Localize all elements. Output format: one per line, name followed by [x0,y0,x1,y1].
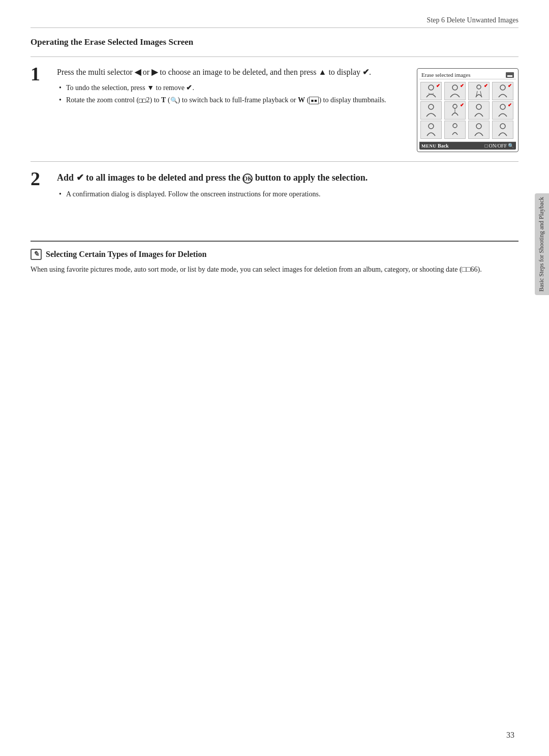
thumb-8: ✔ [492,101,513,120]
thumb-5 [420,101,442,120]
camera-footer-left: MENU Back [421,143,449,149]
thumb-figure-3 [469,83,489,99]
thumb-7 [468,101,490,120]
thumb-1: ✔ [420,82,442,100]
thumb-9 [420,121,442,139]
thumb-figure-4 [493,83,512,99]
step-1-image: Erase selected images ▬ ✔ [417,68,518,152]
step-1-bullet-1: To undo the selection, press ▼ to remove… [57,82,404,94]
camera-screen-footer: MENU Back □ ON/OFF 🔍 [419,141,516,150]
thumb-grid: ✔ ✔ [419,81,516,140]
note-title: ✎ Selecting Certain Types of Images for … [30,249,518,260]
note-title-text: Selecting Certain Types of Images for De… [46,250,206,259]
section-title: Operating the Erase Selected Images Scre… [30,37,518,47]
svg-point-2 [477,85,481,89]
thumb-12 [492,121,513,139]
thumb-11 [468,121,490,139]
step-2-main-text: Add ✔ to all images to be deleted and pr… [57,171,518,185]
thumb-figure-6 [445,102,465,119]
step-2-content: Add ✔ to all images to be deleted and pr… [57,171,518,201]
thumb-figure-9 [421,122,441,138]
note-body: When using favorite pictures mode, auto … [30,264,518,275]
step-1-main-text: Press the multi selector ◀ or ▶ to choos… [57,66,404,78]
svg-point-5 [500,85,505,90]
note-section: ✎ Selecting Certain Types of Images for … [30,241,518,275]
sidebar-tab-text: Basic Steps for Shooting and Playback [538,197,546,292]
step-2: 2 Add ✔ to all images to be deleted and … [30,161,518,210]
step-2-bullets: A confirmation dialog is displayed. Foll… [57,189,518,200]
step-2-number: 2 [30,169,57,188]
camera-screen: Erase selected images ▬ ✔ [417,68,518,152]
camera-icon: ▬ [506,72,514,78]
svg-point-9 [476,104,481,109]
thumb-3: ✔ [468,82,490,100]
svg-point-0 [429,85,434,90]
thumb-figure-2 [445,83,465,99]
camera-footer-right: □ ON/OFF 🔍 [484,143,514,149]
svg-point-14 [500,124,505,129]
thumb-figure-12 [493,122,512,138]
steps-container: 1 Press the multi selector ◀ or ▶ to cho… [30,56,518,210]
svg-point-12 [453,124,457,128]
step-2-bullet-1: A confirmation dialog is displayed. Foll… [57,189,518,200]
svg-point-1 [452,85,458,90]
thumb-2: ✔ [444,82,466,100]
page-number: 33 [506,731,514,740]
step-1-number: 1 [30,64,57,83]
thumb-figure-5 [421,102,441,119]
thumb-figure-11 [469,122,489,138]
step-1-content: Press the multi selector ◀ or ▶ to choos… [57,66,412,106]
thumb-6: ✔ [444,101,466,120]
thumb-figure-8 [493,102,512,119]
step-1: 1 Press the multi selector ◀ or ▶ to cho… [30,56,518,161]
note-icon: ✎ [30,249,42,260]
step-1-bullet-2: Rotate the zoom control (□□2) to T (🔍) t… [57,95,404,106]
thumb-4: ✔ [492,82,513,100]
svg-point-13 [476,124,481,129]
thumb-figure-10 [445,122,465,138]
svg-point-7 [453,104,457,108]
camera-screen-title-text: Erase selected images [421,72,471,78]
thumb-figure-7 [469,102,489,119]
page-container: Step 6 Delete Unwanted Images Operating … [0,0,549,756]
sidebar-tab: Basic Steps for Shooting and Playback [535,193,549,295]
step-1-bullets: To undo the selection, press ▼ to remove… [57,82,404,105]
camera-screen-title: Erase selected images ▬ [419,71,516,79]
page-header: Step 6 Delete Unwanted Images [30,16,518,28]
svg-point-11 [429,124,434,129]
header-text: Step 6 Delete Unwanted Images [427,16,518,24]
thumb-10 [444,121,466,139]
svg-point-6 [429,104,434,109]
thumb-figure-1 [421,83,441,99]
svg-point-10 [500,104,505,109]
